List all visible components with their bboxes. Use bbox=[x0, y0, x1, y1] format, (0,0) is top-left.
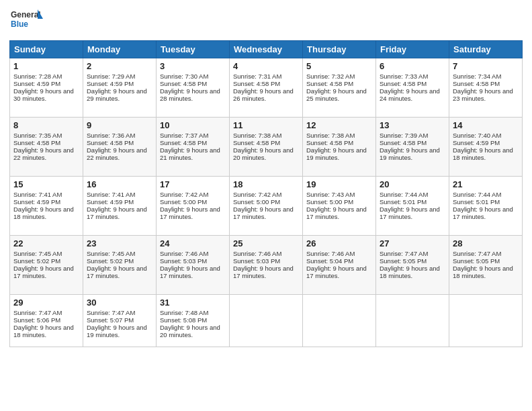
sunrise-text: Sunrise: 7:40 AM bbox=[453, 132, 501, 139]
day-number: 8 bbox=[13, 120, 79, 130]
daylight-text: Daylight: 9 hours and 17 minutes. bbox=[13, 265, 74, 279]
daylight-text: Daylight: 9 hours and 17 minutes. bbox=[160, 265, 220, 279]
daylight-text: Daylight: 9 hours and 22 minutes. bbox=[87, 146, 147, 161]
sunset-text: Sunset: 4:58 PM bbox=[160, 139, 207, 146]
calendar-cell: 18 Sunrise: 7:42 AM Sunset: 5:00 PM Dayl… bbox=[230, 177, 303, 236]
sunrise-text: Sunrise: 7:34 AM bbox=[453, 73, 501, 80]
daylight-text: Daylight: 9 hours and 30 minutes. bbox=[13, 87, 74, 102]
logo-svg: General Blue bbox=[9, 7, 43, 35]
svg-text:General: General bbox=[11, 10, 41, 19]
sunrise-text: Sunrise: 7:42 AM bbox=[233, 191, 281, 198]
sunset-text: Sunset: 5:08 PM bbox=[160, 316, 207, 324]
sunrise-text: Sunrise: 7:43 AM bbox=[306, 191, 355, 198]
weekday-header: Wednesday bbox=[230, 41, 303, 58]
day-number: 6 bbox=[380, 61, 445, 71]
calendar-cell: 25 Sunrise: 7:46 AM Sunset: 5:03 PM Dayl… bbox=[230, 236, 303, 295]
sunrise-text: Sunrise: 7:45 AM bbox=[13, 250, 62, 257]
sunset-text: Sunset: 4:58 PM bbox=[233, 139, 280, 146]
sunset-text: Sunset: 5:05 PM bbox=[380, 257, 427, 265]
calendar-cell: 14 Sunrise: 7:40 AM Sunset: 4:59 PM Dayl… bbox=[449, 118, 523, 177]
calendar-cell bbox=[376, 295, 449, 347]
sunset-text: Sunset: 5:02 PM bbox=[13, 257, 60, 265]
day-number: 15 bbox=[13, 179, 79, 189]
sunrise-text: Sunrise: 7:38 AM bbox=[233, 132, 281, 139]
sunrise-text: Sunrise: 7:37 AM bbox=[160, 132, 208, 139]
daylight-text: Daylight: 9 hours and 19 minutes. bbox=[87, 324, 147, 338]
calendar-cell: 7 Sunrise: 7:34 AM Sunset: 4:58 PM Dayli… bbox=[449, 58, 523, 118]
day-number: 11 bbox=[233, 120, 299, 130]
sunset-text: Sunset: 5:04 PM bbox=[306, 257, 353, 265]
day-number: 27 bbox=[380, 238, 445, 248]
daylight-text: Daylight: 9 hours and 17 minutes. bbox=[87, 265, 147, 279]
daylight-text: Daylight: 9 hours and 18 minutes. bbox=[453, 146, 513, 161]
weekday-header: Monday bbox=[83, 41, 157, 58]
calendar-cell: 19 Sunrise: 7:43 AM Sunset: 5:00 PM Dayl… bbox=[303, 177, 376, 236]
daylight-text: Daylight: 9 hours and 28 minutes. bbox=[160, 87, 220, 102]
calendar-cell: 31 Sunrise: 7:48 AM Sunset: 5:08 PM Dayl… bbox=[157, 295, 230, 347]
day-number: 4 bbox=[233, 61, 299, 71]
day-number: 29 bbox=[13, 298, 79, 308]
sunset-text: Sunset: 5:00 PM bbox=[233, 198, 280, 205]
sunset-text: Sunset: 4:58 PM bbox=[380, 80, 427, 87]
day-number: 17 bbox=[160, 179, 226, 189]
daylight-text: Daylight: 9 hours and 17 minutes. bbox=[87, 205, 147, 220]
sunrise-text: Sunrise: 7:36 AM bbox=[87, 132, 135, 139]
sunrise-text: Sunrise: 7:48 AM bbox=[160, 309, 208, 316]
daylight-text: Daylight: 9 hours and 17 minutes. bbox=[380, 205, 440, 220]
calendar-week-row: 1 Sunrise: 7:28 AM Sunset: 4:59 PM Dayli… bbox=[10, 58, 523, 118]
calendar-header-row: SundayMondayTuesdayWednesdayThursdayFrid… bbox=[10, 41, 523, 58]
day-number: 7 bbox=[453, 61, 519, 71]
day-number: 28 bbox=[453, 238, 519, 248]
header: General Blue bbox=[9, 7, 523, 35]
calendar-cell: 5 Sunrise: 7:32 AM Sunset: 4:58 PM Dayli… bbox=[303, 58, 376, 118]
sunrise-text: Sunrise: 7:33 AM bbox=[380, 73, 428, 80]
daylight-text: Daylight: 9 hours and 29 minutes. bbox=[87, 87, 147, 102]
day-number: 16 bbox=[87, 179, 152, 189]
sunset-text: Sunset: 5:00 PM bbox=[306, 198, 353, 205]
day-number: 25 bbox=[233, 238, 299, 248]
daylight-text: Daylight: 9 hours and 18 minutes. bbox=[453, 265, 513, 279]
day-number: 23 bbox=[87, 238, 152, 248]
sunset-text: Sunset: 5:06 PM bbox=[13, 316, 60, 324]
calendar-table: SundayMondayTuesdayWednesdayThursdayFrid… bbox=[9, 40, 523, 347]
weekday-header: Friday bbox=[376, 41, 449, 58]
weekday-header: Thursday bbox=[303, 41, 376, 58]
calendar-cell: 15 Sunrise: 7:41 AM Sunset: 4:59 PM Dayl… bbox=[10, 177, 83, 236]
sunset-text: Sunset: 4:58 PM bbox=[453, 80, 500, 87]
day-number: 5 bbox=[306, 61, 372, 71]
daylight-text: Daylight: 9 hours and 26 minutes. bbox=[233, 87, 294, 102]
calendar-cell bbox=[230, 295, 303, 347]
day-number: 26 bbox=[306, 238, 372, 248]
day-number: 20 bbox=[380, 179, 445, 189]
day-number: 18 bbox=[233, 179, 299, 189]
sunset-text: Sunset: 5:07 PM bbox=[87, 316, 134, 324]
sunrise-text: Sunrise: 7:30 AM bbox=[160, 73, 208, 80]
sunrise-text: Sunrise: 7:35 AM bbox=[13, 132, 62, 139]
day-number: 12 bbox=[306, 120, 372, 130]
calendar-cell: 10 Sunrise: 7:37 AM Sunset: 4:58 PM Dayl… bbox=[157, 118, 230, 177]
day-number: 14 bbox=[453, 120, 519, 130]
svg-text:Blue: Blue bbox=[11, 19, 28, 29]
calendar-cell: 1 Sunrise: 7:28 AM Sunset: 4:59 PM Dayli… bbox=[10, 58, 83, 118]
daylight-text: Daylight: 9 hours and 17 minutes. bbox=[306, 205, 367, 220]
daylight-text: Daylight: 9 hours and 18 minutes. bbox=[13, 205, 74, 220]
calendar-cell: 3 Sunrise: 7:30 AM Sunset: 4:58 PM Dayli… bbox=[157, 58, 230, 118]
sunrise-text: Sunrise: 7:28 AM bbox=[13, 73, 62, 80]
weekday-header: Sunday bbox=[10, 41, 83, 58]
calendar-cell: 23 Sunrise: 7:45 AM Sunset: 5:02 PM Dayl… bbox=[83, 236, 157, 295]
calendar-cell: 6 Sunrise: 7:33 AM Sunset: 4:58 PM Dayli… bbox=[376, 58, 449, 118]
calendar-cell: 12 Sunrise: 7:38 AM Sunset: 4:58 PM Dayl… bbox=[303, 118, 376, 177]
sunset-text: Sunset: 4:58 PM bbox=[233, 80, 280, 87]
sunrise-text: Sunrise: 7:45 AM bbox=[87, 250, 135, 257]
sunset-text: Sunset: 5:05 PM bbox=[453, 257, 500, 265]
calendar-cell: 4 Sunrise: 7:31 AM Sunset: 4:58 PM Dayli… bbox=[230, 58, 303, 118]
daylight-text: Daylight: 9 hours and 17 minutes. bbox=[160, 205, 220, 220]
calendar-cell: 8 Sunrise: 7:35 AM Sunset: 4:58 PM Dayli… bbox=[10, 118, 83, 177]
calendar-cell: 20 Sunrise: 7:44 AM Sunset: 5:01 PM Dayl… bbox=[376, 177, 449, 236]
daylight-text: Daylight: 9 hours and 19 minutes. bbox=[306, 146, 367, 161]
sunrise-text: Sunrise: 7:32 AM bbox=[306, 73, 355, 80]
sunset-text: Sunset: 4:58 PM bbox=[160, 80, 207, 87]
sunrise-text: Sunrise: 7:47 AM bbox=[453, 250, 501, 257]
day-number: 21 bbox=[453, 179, 519, 189]
calendar-cell: 13 Sunrise: 7:39 AM Sunset: 4:58 PM Dayl… bbox=[376, 118, 449, 177]
